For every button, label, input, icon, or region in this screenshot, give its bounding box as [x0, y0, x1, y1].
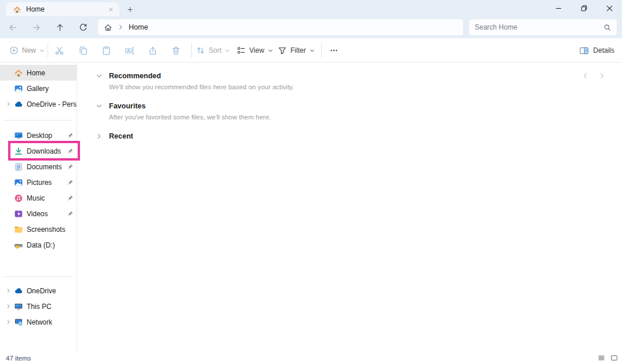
new-tab-button[interactable]	[125, 4, 136, 15]
tab-close-icon[interactable]	[106, 4, 116, 14]
breadcrumb-item[interactable]: Home	[129, 23, 148, 31]
sidebar-item-label: OneDrive	[27, 287, 77, 295]
sidebar-item-label: OneDrive - Persona	[27, 100, 77, 108]
large-view-icon[interactable]	[610, 354, 618, 362]
section-header-favourites[interactable]: Favourites	[95, 100, 622, 112]
gallery-icon	[14, 84, 23, 93]
sidebar-item-onedrive-persona[interactable]: OneDrive - Persona	[0, 96, 77, 112]
chevron-right-icon[interactable]	[3, 302, 13, 311]
sort-button[interactable]: Sort	[196, 41, 230, 60]
sidebar-item-downloads[interactable]: Downloads	[0, 143, 77, 159]
command-toolbar: New Sort View Filter Details	[0, 38, 622, 63]
sidebar-item-label: Pictures	[27, 179, 67, 187]
chevron-down-icon[interactable]	[95, 72, 103, 80]
sidebar-section-divider	[3, 276, 73, 277]
chevron-right-icon[interactable]	[3, 286, 13, 296]
content-section-recommended: RecommendedWe'll show you recommended fi…	[95, 70, 622, 93]
sidebar-item-documents[interactable]: Documents	[0, 159, 77, 174]
sidebar-item-videos[interactable]: Videos	[0, 206, 77, 221]
carousel-nav	[580, 70, 607, 81]
sidebar-item-screenshots[interactable]: Screenshots	[0, 221, 77, 237]
onedrive-icon	[14, 286, 23, 296]
chevron-right-icon[interactable]	[3, 100, 13, 109]
cut-button[interactable]	[50, 41, 68, 60]
section-title: Favourites	[109, 102, 146, 110]
home-icon	[13, 5, 21, 14]
sidebar-section-divider	[3, 120, 73, 121]
carousel-prev-icon[interactable]	[580, 70, 590, 81]
see-more-button[interactable]	[325, 41, 343, 60]
sidebar-item-this-pc[interactable]: This PC	[0, 299, 77, 314]
clipboard-icon	[101, 46, 111, 56]
sidebar-item-onedrive[interactable]: OneDrive	[0, 283, 77, 299]
carousel-next-icon[interactable]	[596, 70, 607, 81]
paste-button[interactable]	[97, 41, 115, 60]
chevron-down-icon	[268, 48, 273, 53]
pictures-icon	[14, 178, 23, 187]
content-section-recent: Recent	[95, 130, 622, 143]
home-icon	[14, 68, 23, 78]
details-button[interactable]: Details	[579, 41, 614, 60]
chevron-down-icon	[39, 48, 45, 53]
details-label: Details	[593, 46, 614, 54]
back-button[interactable]	[3, 18, 22, 37]
onedrive-icon	[14, 100, 23, 109]
section-header-recommended[interactable]: Recommended	[95, 70, 622, 82]
funnel-icon	[278, 46, 287, 55]
sidebar-item-music[interactable]: Music	[0, 190, 77, 206]
chevron-down-icon[interactable]	[95, 102, 103, 110]
sidebar-item-gallery[interactable]: Gallery	[0, 81, 77, 96]
main-content: RecommendedWe'll show you recommended fi…	[77, 63, 622, 352]
restore-button[interactable]	[571, 0, 596, 16]
chevron-right-icon[interactable]	[3, 318, 13, 327]
chevron-spacer	[3, 131, 13, 140]
up-button[interactable]	[50, 18, 69, 37]
home-outline-icon[interactable]	[104, 23, 112, 32]
this-pc-icon	[14, 302, 23, 311]
sidebar-section: DesktopDownloadsDocumentsPicturesMusicVi…	[0, 128, 77, 253]
chevron-right-icon[interactable]	[118, 24, 123, 30]
view-button[interactable]: View	[237, 41, 273, 60]
tab-home[interactable]: Home	[6, 2, 119, 16]
search-box[interactable]	[468, 19, 617, 36]
chevron-spacer	[3, 241, 13, 250]
sidebar-item-label: Music	[27, 194, 67, 202]
item-count: 47 items	[6, 355, 31, 362]
section-description: We'll show you recommended files here ba…	[109, 83, 622, 93]
new-label: New	[22, 46, 36, 54]
sidebar-item-home[interactable]: Home	[0, 65, 77, 81]
sidebar-item-data-d[interactable]: Data (D:)	[0, 237, 77, 253]
search-input[interactable]	[475, 23, 603, 31]
trash-icon	[171, 46, 181, 56]
rename-button[interactable]	[120, 41, 139, 60]
ellipsis-icon	[329, 46, 339, 55]
sidebar-item-label: Downloads	[27, 147, 67, 155]
chevron-spacer	[3, 194, 13, 203]
status-bar: 47 items	[0, 352, 622, 364]
breadcrumb[interactable]: Home	[97, 19, 464, 36]
chevron-spacer	[3, 68, 13, 78]
sidebar-item-label: Data (D:)	[27, 241, 77, 249]
sidebar-item-network[interactable]: Network	[0, 314, 77, 330]
section-description: After you've favorited some files, we'll…	[109, 114, 622, 123]
sidebar-section: HomeGalleryOneDrive - Persona	[0, 65, 77, 112]
sidebar-item-desktop[interactable]: Desktop	[0, 128, 77, 143]
drive-lock-icon	[14, 241, 23, 250]
list-view-icon[interactable]	[598, 354, 605, 362]
copy-button[interactable]	[74, 41, 92, 60]
chevron-right-icon[interactable]	[95, 132, 103, 140]
new-button[interactable]: New	[6, 41, 48, 60]
close-button[interactable]	[596, 0, 622, 16]
pin-icon	[67, 195, 74, 201]
refresh-button[interactable]	[74, 18, 92, 37]
filter-button[interactable]: Filter	[278, 41, 315, 60]
delete-button[interactable]	[166, 41, 185, 60]
sort-arrows-icon	[196, 46, 205, 55]
share-icon	[148, 46, 158, 56]
share-button[interactable]	[143, 41, 162, 60]
section-header-recent[interactable]: Recent	[95, 130, 622, 143]
minimize-button[interactable]	[545, 0, 571, 16]
forward-button[interactable]	[27, 18, 45, 37]
chevron-spacer	[3, 147, 13, 156]
sidebar-item-pictures[interactable]: Pictures	[0, 174, 77, 190]
